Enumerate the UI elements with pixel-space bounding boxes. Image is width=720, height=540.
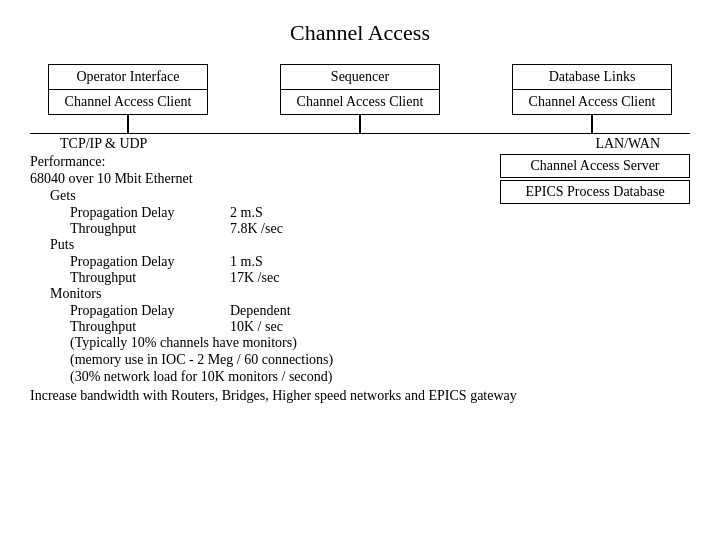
puts-prop-value: 1 m.S [230,254,263,270]
perf-ethernet: 68040 over 10 Mbit Ethernet [30,171,470,187]
perf-puts-row-2: Throughput 17K /sec [30,270,470,286]
box-database-top: Database Links [513,65,671,90]
monitors-prop-value: Dependent [230,303,291,319]
perf-gets-label: Gets [30,188,470,204]
tcp-lan-row: TCP/IP & UDP LAN/WAN [30,136,690,152]
box-col-2: Sequencer Channel Access Client [262,64,458,133]
monitors-prop-label: Propagation Delay [70,303,230,319]
page-title: Channel Access [30,20,690,46]
box-sequencer: Sequencer Channel Access Client [280,64,440,115]
puts-prop-label: Propagation Delay [70,254,230,270]
box-sequencer-top: Sequencer [281,65,439,90]
box-operator-top: Operator Interface [49,65,207,90]
gets-prop-value: 2 m.S [230,205,263,221]
left-content: Performance: 68040 over 10 Mbit Ethernet… [30,154,480,386]
puts-throughput-label: Throughput [70,270,230,286]
horizontal-divider [30,133,690,134]
box-col-1: Operator Interface Channel Access Client [30,64,226,133]
perf-monitors-row-2: Throughput 10K / sec [30,319,470,335]
right-content: Channel Access Server EPICS Process Data… [480,154,690,386]
vert-line-3 [591,115,593,133]
vert-line-2 [359,115,361,133]
lan-label: LAN/WAN [595,136,660,152]
tcp-label: TCP/IP & UDP [60,136,147,152]
box-sequencer-bottom: Channel Access Client [281,90,439,114]
perf-monitors-label: Monitors [30,286,470,302]
puts-throughput-value: 17K /sec [230,270,279,286]
gets-throughput-value: 7.8K /sec [230,221,283,237]
perf-note3: (30% network load for 10K monitors / sec… [30,369,470,385]
vert-line-1 [127,115,129,133]
box-operator-bottom: Channel Access Client [49,90,207,114]
perf-gets-row-2: Throughput 7.8K /sec [30,221,470,237]
server-box: Channel Access Server [500,154,690,178]
boxes-wrapper: Operator Interface Channel Access Client… [30,64,690,133]
perf-puts-label: Puts [30,237,470,253]
gets-prop-label: Propagation Delay [70,205,230,221]
monitors-throughput-label: Throughput [70,319,230,335]
bottom-line: Increase bandwidth with Routers, Bridges… [30,388,690,404]
main-content: Performance: 68040 over 10 Mbit Ethernet… [30,154,690,386]
box-col-3: Database Links Channel Access Client [494,64,690,133]
gets-throughput-label: Throughput [70,221,230,237]
box-database: Database Links Channel Access Client [512,64,672,115]
perf-header: Performance: [30,154,470,170]
epics-box: EPICS Process Database [500,180,690,204]
perf-gets-row-1: Propagation Delay 2 m.S [30,205,470,221]
perf-puts-row-1: Propagation Delay 1 m.S [30,254,470,270]
perf-monitors-row-1: Propagation Delay Dependent [30,303,470,319]
perf-note2: (memory use in IOC - 2 Meg / 60 connecti… [30,352,470,368]
perf-note1: (Typically 10% channels have monitors) [30,335,470,351]
monitors-throughput-value: 10K / sec [230,319,283,335]
box-database-bottom: Channel Access Client [513,90,671,114]
box-operator: Operator Interface Channel Access Client [48,64,208,115]
